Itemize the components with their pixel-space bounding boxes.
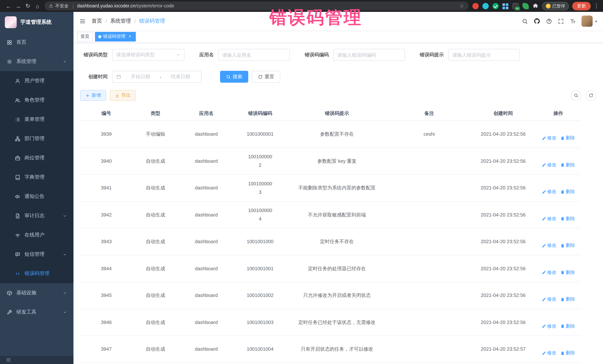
delete-link[interactable]: 删除: [560, 214, 575, 223]
app-logo[interactable]: 芋道管理系统: [0, 12, 73, 33]
cell-app: dashboard: [178, 255, 234, 282]
filter-type-label: 错误码类型: [80, 52, 112, 58]
export-button[interactable]: 导出: [110, 90, 136, 101]
sidebar-item-dict[interactable]: 字典管理: [0, 167, 73, 187]
green-leaf-extension-icon[interactable]: [522, 3, 529, 9]
sidebar-item-label: 首页: [16, 39, 59, 46]
sidebar-item-infra[interactable]: 基础设施: [0, 283, 73, 302]
extensions-puzzle-icon[interactable]: [532, 3, 538, 9]
browser-home-button[interactable]: ⌂: [33, 1, 42, 11]
table-header-row: 编号 类型 应用名 错误码编码 错误码提示 备注 创建时间 操作: [80, 106, 581, 121]
edit-link[interactable]: 修改: [542, 161, 557, 169]
delete-icon: [560, 324, 565, 328]
sidebar-item-user[interactable]: 用户管理: [0, 71, 73, 90]
browser-back-button[interactable]: ←: [4, 1, 13, 11]
cell-created: 2021-04-20 23:52:57: [471, 336, 536, 363]
filter-date-label: 创建时间: [80, 73, 112, 80]
error-code-input[interactable]: [333, 49, 405, 61]
sidebar-item-sms[interactable]: 短信管理: [0, 245, 73, 264]
green-check-extension-icon[interactable]: [492, 3, 499, 9]
profile-paused-badge[interactable]: 已暂停: [542, 2, 569, 10]
sidebar-item-online-user[interactable]: 在线用户: [0, 225, 73, 245]
list-icon: [15, 117, 20, 122]
chrome-update-button[interactable]: 更新: [572, 2, 591, 10]
tab-home[interactable]: 首页: [77, 32, 93, 41]
error-hint-input[interactable]: [448, 49, 520, 61]
sidebar-collapse-bar[interactable]: [0, 356, 73, 364]
filter-code-label: 错误码编码: [305, 52, 333, 58]
breadcrumb-system[interactable]: 系统管理: [110, 18, 131, 24]
sidebar-item-menu[interactable]: 菜单管理: [0, 110, 73, 129]
edit-link[interactable]: 修改: [542, 214, 557, 223]
add-button[interactable]: 新增: [80, 90, 106, 101]
github-icon[interactable]: [533, 18, 540, 24]
chevron-icon: [63, 252, 67, 256]
row-actions: 修改删除: [536, 309, 581, 336]
delete-link[interactable]: 删除: [560, 295, 575, 304]
edit-link[interactable]: 修改: [542, 322, 557, 331]
delete-icon: [560, 163, 565, 167]
proxy-extension-icon[interactable]: on: [512, 3, 519, 9]
divider: [73, 3, 73, 8]
reset-button[interactable]: 重置: [252, 71, 280, 83]
teal-extension-icon[interactable]: [482, 3, 488, 9]
start-date-field[interactable]: 开始日期: [124, 73, 158, 80]
delete-link[interactable]: 删除: [560, 322, 575, 331]
show-search-button[interactable]: [571, 90, 581, 101]
sidebar-item-home[interactable]: 首页: [0, 33, 73, 52]
breadcrumb-home[interactable]: 首页: [92, 18, 102, 24]
breadcrumb-separator: /: [105, 18, 107, 24]
edit-link[interactable]: 修改: [542, 349, 557, 357]
sidebar-item-dept[interactable]: 部门管理: [0, 129, 73, 148]
tags-view: 首页 错误码管理 ×: [73, 30, 603, 43]
edit-link[interactable]: 修改: [542, 268, 557, 277]
search-icon[interactable]: [522, 18, 528, 24]
bookmark-star-icon[interactable]: ☆: [459, 3, 464, 9]
plus-icon: [85, 93, 90, 98]
edit-icon: [542, 324, 546, 328]
search-button[interactable]: 搜索: [220, 71, 248, 83]
edit-link[interactable]: 修改: [542, 188, 557, 196]
sidebar-item-label: 基础设施: [16, 289, 59, 296]
sidebar-item-dev-tools[interactable]: 研发工具: [0, 302, 73, 322]
security-label: 不安全: [55, 3, 69, 9]
delete-link[interactable]: 删除: [560, 241, 575, 250]
delete-link[interactable]: 删除: [560, 161, 575, 169]
close-tab-icon[interactable]: ×: [127, 34, 132, 39]
delete-link[interactable]: 删除: [560, 188, 575, 196]
end-date-field[interactable]: 结束日期: [163, 73, 197, 80]
browser-forward-button[interactable]: →: [13, 1, 23, 11]
fullscreen-icon[interactable]: [558, 18, 564, 24]
browser-reload-button[interactable]: ↻: [23, 1, 33, 11]
app-name-input[interactable]: [218, 49, 290, 61]
grid-extension-icon[interactable]: [502, 3, 509, 9]
error-type-select[interactable]: 请选择错误码类型: [112, 49, 185, 61]
cell-id: 3948: [80, 363, 132, 364]
delete-link[interactable]: 删除: [560, 349, 575, 357]
tab-error-code[interactable]: 错误码管理 ×: [95, 32, 136, 41]
edit-link[interactable]: 修改: [542, 134, 557, 142]
sidebar-item-error-code[interactable]: 错误码管理: [0, 264, 73, 283]
url-path: /system/error-code: [135, 3, 174, 9]
cell-hint: 定时任务不存在: [286, 228, 388, 255]
sidebar-item-post[interactable]: 岗位管理: [0, 148, 73, 167]
sidebar-item-system[interactable]: 系统管理: [0, 52, 73, 71]
delete-link[interactable]: 删除: [560, 134, 575, 142]
user-avatar[interactable]: [581, 16, 593, 27]
edit-link[interactable]: 修改: [542, 295, 557, 304]
sidebar-item-audit-log[interactable]: 审计日志: [0, 206, 73, 225]
sidebar-item-notice[interactable]: 通知公告: [0, 187, 73, 206]
browser-menu-icon[interactable]: ⋮: [594, 3, 599, 9]
cell-code: 1001001001: [234, 255, 286, 282]
delete-link[interactable]: 删除: [560, 268, 575, 277]
sidebar-item-role[interactable]: 角色管理: [0, 90, 73, 110]
font-size-icon[interactable]: [570, 18, 576, 24]
help-icon[interactable]: [546, 18, 552, 24]
date-range-picker[interactable]: 开始日期 - 结束日期: [112, 71, 201, 83]
refresh-table-button[interactable]: [586, 90, 596, 101]
menu-fold-icon[interactable]: [79, 18, 86, 24]
code-icon: [15, 271, 20, 276]
address-bar[interactable]: ⚠ 不安全 dashboard.yudao.iocoder.cn/system/…: [45, 1, 468, 10]
red-circle-extension-icon[interactable]: [472, 3, 478, 9]
edit-link[interactable]: 修改: [542, 241, 557, 250]
